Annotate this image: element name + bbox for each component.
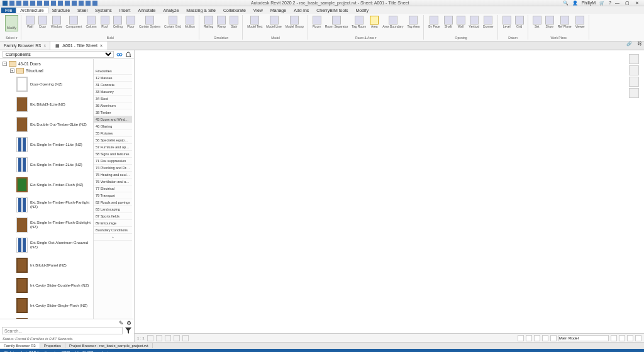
design-options-icon[interactable] (619, 335, 625, 341)
detail-level-icon[interactable] (147, 335, 153, 341)
drawing-canvas[interactable]: 1 : 1 (135, 50, 644, 342)
modify-tool[interactable]: Modify (5, 15, 18, 31)
crop-icon[interactable] (182, 335, 189, 341)
family-item[interactable]: Ext Single In-Timber-Flush-Sidelight (NZ… (15, 215, 92, 235)
category-item[interactable]: 55 Fixtures (94, 130, 132, 137)
tool-level[interactable]: Level (501, 15, 513, 29)
print-icon[interactable] (37, 1, 42, 6)
search-icon[interactable]: 🔍 (563, 1, 569, 6)
close-button[interactable]: ✕ (635, 1, 641, 6)
tool-wall[interactable]: Wall (455, 15, 467, 29)
measure-icon[interactable] (44, 1, 49, 6)
visual-style-icon[interactable] (156, 335, 162, 341)
reveal-icon[interactable] (635, 335, 641, 341)
ribbon-tab-view[interactable]: View (250, 8, 267, 13)
tool-area-boundary[interactable]: Area Boundary (381, 15, 404, 29)
tool-curtain-system[interactable]: Curtain System (138, 15, 162, 29)
tool-model-text[interactable]: Model Text (246, 15, 264, 29)
family-item[interactable]: Int Bifold-2Panel (NZ) (15, 255, 92, 275)
select-pinned-icon[interactable] (534, 335, 540, 341)
nav-zoom-icon[interactable] (629, 88, 639, 98)
category-item[interactable]: 45 Doors and Windows (94, 116, 132, 123)
category-item[interactable]: 79 Transport (94, 192, 132, 199)
tool-wall[interactable]: Wall (25, 15, 36, 29)
category-item[interactable]: 58 Signs and features (94, 151, 132, 158)
tool-stair[interactable]: Stair (228, 15, 240, 29)
drag-icon[interactable] (550, 335, 557, 341)
collapse-icon[interactable]: − (3, 62, 7, 66)
family-item[interactable]: Ext Single In-Timber-1Lite (NZ) (15, 135, 92, 155)
nav-wheel-icon[interactable] (629, 65, 639, 75)
tool-set[interactable]: Set (531, 15, 543, 29)
undo-icon[interactable] (23, 1, 28, 6)
family-item[interactable]: Ext Single In-Timber-Flush-Fanlight (NZ) (15, 195, 92, 215)
filter-icon[interactable] (125, 327, 132, 334)
category-item[interactable]: 56 Specialist equipment (94, 137, 132, 144)
tool-dormer[interactable]: Dormer (482, 15, 495, 29)
ribbon-tab-cherrybim-tools[interactable]: CherryBIM tools (313, 8, 352, 13)
scale-label[interactable]: 1 : 1 (137, 336, 145, 340)
category-item[interactable]: 38 Timber (94, 109, 132, 116)
tool-ceiling[interactable]: Ceiling (112, 15, 124, 29)
select-underlay-icon[interactable] (526, 335, 532, 341)
tool-column[interactable]: Column (84, 15, 97, 29)
tool-by-face[interactable]: By Face (427, 15, 441, 29)
add-category-button[interactable]: + (94, 234, 132, 241)
tool-component[interactable]: Component (65, 15, 84, 29)
ribbon-tab-manage[interactable]: Manage (267, 8, 290, 13)
tree-folder-structural[interactable]: + Structural (9, 67, 92, 74)
component-filter-select[interactable]: Components (3, 51, 114, 58)
save-icon[interactable] (16, 1, 21, 6)
tool-tag-room[interactable]: Tag Room (350, 15, 367, 29)
tool-ramp[interactable]: Ramp (216, 15, 227, 29)
filter-icon[interactable] (627, 335, 633, 341)
category-item[interactable]: 87 Sports fields (94, 213, 132, 220)
category-item[interactable]: 46 Glazing (94, 123, 132, 130)
close-icon[interactable]: × (43, 43, 46, 48)
tag-icon[interactable] (58, 1, 63, 6)
tool-show[interactable]: Show (544, 15, 555, 29)
link-icon[interactable]: 🔗 (624, 41, 635, 50)
help-icon[interactable]: ? (609, 1, 611, 5)
category-item[interactable]: 12 Masses (94, 75, 132, 82)
tool-room[interactable]: Room (311, 15, 323, 29)
open-icon[interactable] (9, 1, 14, 6)
tool-mullion[interactable]: Mullion (184, 15, 196, 29)
dim-icon[interactable] (51, 1, 56, 6)
tool-area[interactable]: Area (369, 15, 380, 29)
family-item[interactable]: Ext Single Out-Aluminum-Grooved (NZ) (15, 235, 92, 255)
link-icon[interactable] (116, 52, 123, 58)
category-item[interactable]: 75 Heating and cooling (94, 172, 132, 179)
ribbon-tab-collaborate[interactable]: Collaborate (219, 8, 250, 13)
bottom-tab-properties[interactable]: Properties (40, 343, 65, 348)
family-item[interactable]: Ext Bifold3-1Lite(NZ) (15, 94, 92, 114)
ribbon-tab-modify[interactable]: Modify (352, 8, 372, 13)
category-item[interactable]: 76 Ventilation and air conditioning (94, 179, 132, 185)
nav-pan-icon[interactable] (629, 77, 639, 87)
ribbon-tab-structure[interactable]: Structure (48, 8, 74, 13)
tool-tag-area[interactable]: Tag Area (406, 15, 421, 29)
chain-icon[interactable]: ⛓ (635, 41, 644, 50)
tool-curtain-grid[interactable]: Curtain Grid (163, 15, 182, 29)
ribbon-tab-file[interactable]: File (1, 8, 16, 13)
sun-path-icon[interactable] (165, 335, 171, 341)
category-item[interactable]: 82 Roads and pavings (94, 199, 132, 206)
view-icon[interactable] (72, 1, 77, 6)
shadows-icon[interactable] (174, 335, 180, 341)
tool-door[interactable]: Door (37, 15, 48, 29)
category-item[interactable]: 83 Landscaping (94, 206, 132, 213)
ribbon-tab-annotate[interactable]: Annotate (134, 8, 159, 13)
user-avatar-icon[interactable]: 👤 (572, 1, 578, 6)
category-item[interactable]: 31 Concrete (94, 82, 132, 89)
category-item[interactable]: 89 Entourage (94, 220, 132, 227)
settings-icon[interactable]: ⚙ (126, 320, 131, 325)
redo-icon[interactable] (30, 1, 35, 6)
tool-railing[interactable]: Railing (203, 15, 214, 29)
family-item[interactable]: Ext Single In-Timber-2Lite (NZ) (15, 155, 92, 175)
family-item[interactable]: Ext Single In-Timber-Flush (NZ) (15, 175, 92, 195)
bottom-tab-family-browser-r-[interactable]: Family Browser R3 (0, 343, 40, 348)
family-item[interactable]: Int Cavity Slider-Double-Flush (NZ) (15, 275, 92, 295)
ribbon-tab-steel[interactable]: Steel (74, 8, 91, 13)
section-icon[interactable] (79, 1, 84, 6)
tool-floor[interactable]: Floor (125, 15, 136, 29)
